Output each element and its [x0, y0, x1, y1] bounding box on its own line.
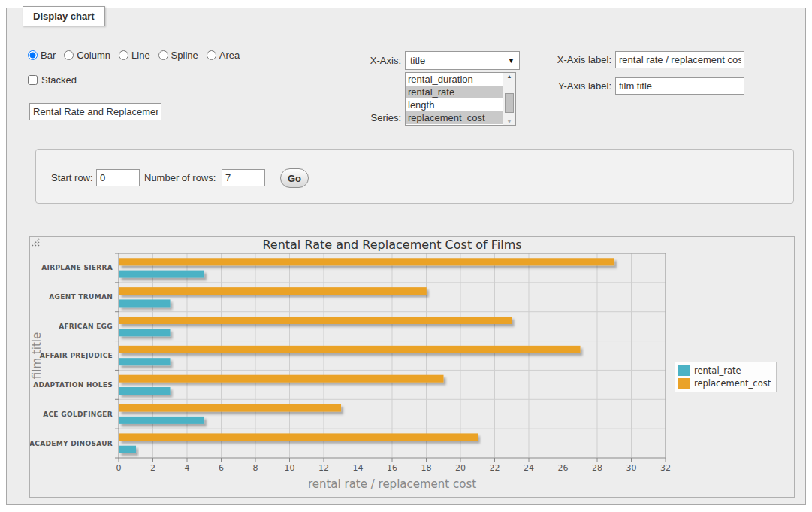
- bar-rental_rate: [119, 446, 137, 453]
- chart-type-radio-group: BarColumnLineSplineArea: [28, 50, 240, 61]
- x-tick-label: 24: [524, 463, 534, 473]
- bar-rental_rate: [119, 271, 205, 278]
- bar-replacement_cost: [119, 346, 581, 353]
- number-of-rows-input[interactable]: [222, 169, 265, 186]
- category-label: AFRICAN EGG: [59, 323, 113, 330]
- x-axis-select[interactable]: title ▼: [405, 51, 520, 70]
- bar-rental_rate: [119, 358, 171, 365]
- chart-type-option-column: Column: [64, 50, 110, 61]
- number-of-rows-label: Number of rows:: [144, 172, 216, 183]
- panel-title: Display chart: [23, 6, 105, 26]
- x-tick-label: 2: [150, 463, 155, 473]
- x-axis-label-input[interactable]: [615, 51, 744, 68]
- x-tick-label: 4: [185, 463, 190, 473]
- bar-rental_rate: [119, 417, 205, 424]
- bar-replacement_cost: [119, 433, 478, 441]
- bar-replacement_cost: [119, 375, 444, 383]
- chart-container: 02468101214161820222426283032AIRPLANE SI…: [29, 236, 795, 498]
- chart-type-option-spline: Spline: [158, 50, 198, 61]
- chart-type-label: Area: [219, 50, 240, 61]
- x-axis-label-field-label: X-Axis label:: [533, 54, 611, 65]
- series-options: rental_durationrental_ratelengthreplacem…: [406, 73, 503, 124]
- start-row-label: Start row:: [51, 172, 93, 183]
- chart-type-label: Column: [77, 50, 110, 61]
- bar-replacement_cost: [119, 317, 512, 324]
- resize-handle-icon[interactable]: [30, 237, 40, 247]
- series-option-length[interactable]: length: [406, 98, 503, 111]
- x-axis-selected-value: title: [410, 55, 508, 66]
- x-tick-label: 20: [455, 463, 466, 473]
- category-label: ACE GOLDFINGER: [43, 411, 113, 418]
- stacked-label: Stacked: [41, 74, 77, 86]
- x-tick-label: 12: [318, 463, 329, 473]
- chevron-down-icon: ▼: [508, 57, 515, 65]
- scroll-down-icon[interactable]: ▼: [503, 119, 515, 124]
- series-label: Series:: [322, 112, 401, 123]
- scroll-up-icon[interactable]: ▲: [503, 74, 515, 79]
- chart-type-option-line: Line: [119, 50, 150, 61]
- chart-type-radio-bar[interactable]: [28, 50, 38, 60]
- chart-type-option-area: Area: [207, 50, 240, 61]
- bar-replacement_cost: [119, 287, 427, 295]
- x-axis-title: rental rate / replacement cost: [308, 477, 476, 491]
- bar-replacement_cost: [119, 404, 342, 412]
- x-tick-label: 18: [421, 463, 432, 473]
- x-axis-label: X-Axis:: [322, 55, 401, 66]
- series-listbox[interactable]: rental_durationrental_ratelengthreplacem…: [405, 72, 516, 126]
- chart-type-label: Bar: [41, 50, 56, 61]
- series-option-replacement_cost[interactable]: replacement_cost: [406, 111, 503, 124]
- x-tick-label: 28: [592, 463, 602, 473]
- chart-type-radio-area[interactable]: [207, 50, 216, 60]
- y-axis-label-field-label: Y-Axis label:: [533, 80, 611, 92]
- bar-replacement_cost: [119, 258, 615, 265]
- x-tick-label: 14: [353, 463, 364, 473]
- legend-item-replacement_cost: replacement_cost: [678, 378, 771, 389]
- legend-label: replacement_cost: [694, 378, 771, 389]
- chart-title: Rental Rate and Replacement Cost of Film…: [262, 238, 521, 252]
- row-range-panel: Start row: Number of rows: Go: [35, 149, 794, 204]
- bar-rental_rate: [119, 387, 171, 395]
- x-tick-label: 22: [490, 463, 500, 473]
- y-axis-label-input[interactable]: [615, 77, 744, 95]
- bar-rental_rate: [119, 329, 171, 336]
- legend-label: rental_rate: [694, 365, 741, 376]
- x-tick-label: 8: [253, 463, 258, 473]
- go-button[interactable]: Go: [280, 168, 309, 188]
- stacked-checkbox[interactable]: [28, 75, 38, 85]
- x-tick-label: 16: [387, 463, 397, 473]
- series-scrollbar[interactable]: ▲ ▼: [503, 73, 515, 125]
- series-option-rental_duration[interactable]: rental_duration: [406, 73, 503, 86]
- x-tick-label: 6: [219, 463, 224, 473]
- bar-rental_rate: [119, 299, 171, 307]
- display-chart-fieldset: BarColumnLineSplineArea Stacked X-Axis: …: [6, 8, 806, 505]
- chart-type-label: Spline: [171, 50, 198, 61]
- series-option-rental_rate[interactable]: rental_rate: [406, 86, 503, 98]
- chart-type-radio-spline[interactable]: [158, 50, 168, 60]
- x-tick-label: 10: [285, 463, 295, 473]
- x-tick-label: 26: [558, 463, 569, 473]
- legend-item-rental_rate: rental_rate: [678, 365, 771, 376]
- category-label: ACADEMY DINOSAUR: [30, 440, 113, 447]
- chart-title-input[interactable]: [29, 103, 161, 120]
- category-label: AFFAIR PREJUDICE: [40, 352, 113, 359]
- category-label: AGENT TRUMAN: [49, 293, 113, 301]
- chart-type-radio-column[interactable]: [64, 50, 74, 60]
- x-tick-label: 0: [116, 463, 122, 473]
- x-tick-label: 30: [626, 463, 637, 473]
- chart-legend: rental_ratereplacement_cost: [675, 362, 777, 392]
- category-label: AIRPLANE SIERRA: [41, 264, 113, 271]
- start-row-input[interactable]: [96, 169, 140, 186]
- legend-swatch: [678, 365, 690, 376]
- x-tick-label: 32: [660, 463, 671, 473]
- chart-type-radio-line[interactable]: [119, 50, 128, 60]
- y-axis-title: film title: [30, 332, 44, 379]
- chart-type-label: Line: [131, 50, 150, 61]
- chart-type-option-bar: Bar: [28, 50, 56, 61]
- category-label: ADAPTATION HOLES: [33, 381, 113, 389]
- legend-swatch: [678, 378, 690, 389]
- scrollbar-thumb[interactable]: [505, 93, 514, 113]
